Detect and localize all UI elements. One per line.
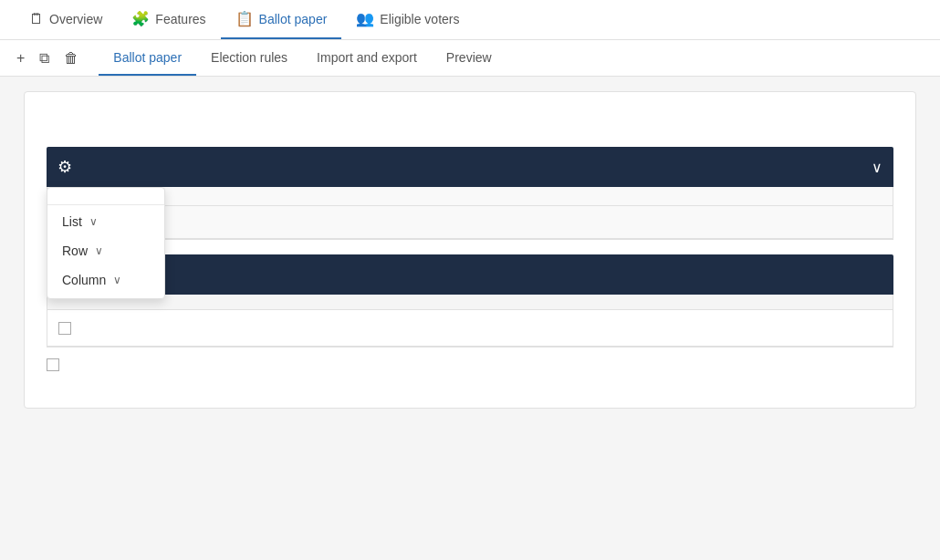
sub-nav-actions: + ⧉ 🗑 [11,47,84,70]
dropdown-item-column[interactable]: Column ∨ [47,265,164,295]
table-header-row [47,295,893,310]
further-info-bottom [47,375,893,386]
table-row-checkbox[interactable] [58,322,71,335]
enter-title-header: ⚙ [47,254,893,295]
list-collapse-button[interactable]: ∨ [872,159,883,176]
nav-label-ballot-paper: Ballot paper [259,12,328,26]
invalid-vote-row [47,347,893,375]
dropdown-list-chevron: ∨ [89,215,98,228]
nav-label-eligible-voters: Eligible voters [380,12,459,26]
dropdown-column-chevron: ∨ [113,274,121,286]
nav-item-ballot-paper[interactable]: 📋 Ballot paper [221,0,342,39]
dropdown-row-chevron: ∨ [95,244,103,257]
invalid-vote-checkbox[interactable] [47,358,59,371]
list-section: ⚙ ∨ List ∨ Row ∨ [47,147,893,240]
copy-button[interactable]: ⧉ [34,47,55,70]
add-button[interactable]: + [11,47,30,70]
delete-button[interactable]: 🗑 [58,47,84,70]
sub-nav: + ⧉ 🗑 Ballot paper Election rules Import… [0,40,940,77]
ballot-card: ⚙ ∨ List ∨ Row ∨ [24,91,916,409]
table-section [47,295,893,347]
list-row-1 [47,187,893,206]
tab-election-rules[interactable]: Election rules [196,40,302,76]
ballot-section-2: ⚙ [47,254,893,347]
nav-item-overview[interactable]: 🗒 Overview [15,0,117,39]
nav-item-features[interactable]: 🧩 Features [117,0,220,39]
chevron-down-icon: ∨ [872,159,883,176]
table-checkbox-cell [58,322,84,335]
tab-preview[interactable]: Preview [432,40,507,76]
dropdown-item-row[interactable]: Row ∨ [47,236,164,265]
dropdown-item-list[interactable]: List ∨ [47,207,164,236]
ballot-paper-icon: 📋 [235,10,254,27]
overview-icon: 🗒 [29,11,44,27]
tab-import-export[interactable]: Import and export [302,40,432,76]
top-nav: 🗒 Overview 🧩 Features 📋 Ballot paper 👥 E… [0,0,940,40]
copy-icon: ⧉ [39,50,49,67]
dropdown-column-label: Column [62,273,106,287]
dropdown-row-label: Row [62,244,88,258]
list-header: ⚙ ∨ List ∨ Row ∨ [47,147,893,187]
features-icon: 🧩 [131,10,150,27]
settings-dropdown: List ∨ Row ∨ Column ∨ [47,187,165,299]
list-gear-button[interactable]: ⚙ [57,157,79,177]
sub-nav-tabs: Ballot paper Election rules Import and e… [99,40,506,76]
dropdown-divider [47,204,164,205]
table-data-row [47,310,893,347]
list-row-2: rs [47,206,893,239]
tab-ballot-paper[interactable]: Ballot paper [99,40,196,76]
dropdown-list-label: List [62,214,82,229]
dropdown-header [47,192,164,202]
trash-icon: 🗑 [64,50,78,67]
nav-label-overview: Overview [49,12,102,26]
list-body: rs [47,187,893,240]
main-content: ⚙ ∨ List ∨ Row ∨ [9,77,931,423]
nav-label-features: Features [155,12,205,26]
gear-icon: ⚙ [57,157,72,177]
eligible-voters-icon: 👥 [356,10,374,27]
nav-item-eligible-voters[interactable]: 👥 Eligible voters [341,0,474,39]
